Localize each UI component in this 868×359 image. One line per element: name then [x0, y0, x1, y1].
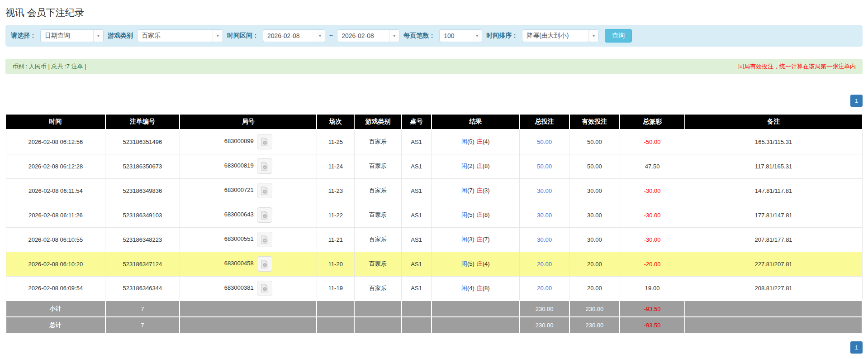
table-row: 2026-02-08 06:10:20523186347124683000458… — [6, 252, 862, 276]
cell-total-bet[interactable]: 50.00 — [520, 154, 569, 178]
cell-game-type: 百家乐 — [354, 252, 401, 276]
date-to-value: 2026-02-08 — [337, 30, 389, 42]
cell-result: 闲(4)庄(8) — [432, 276, 520, 301]
chevron-down-icon: ▼ — [315, 30, 325, 42]
cell-total-bet[interactable]: 20.00 — [520, 252, 569, 276]
cell-result: 闲(3)庄(7) — [432, 227, 520, 252]
summary-total-payout: -93.50 — [620, 301, 685, 317]
cell-total-bet[interactable]: 30.00 — [520, 178, 569, 203]
cell-result: 闲(5)庄(4) — [432, 252, 520, 276]
time-sort-combobox[interactable]: 降幂(由大到小) ▼ — [522, 29, 599, 42]
table-row: 2026-02-08 06:12:28523186350673683000819… — [6, 154, 862, 178]
cell-time: 2026-02-08 06:11:54 — [6, 178, 105, 203]
table-header-row: 时间 注单编号 局号 场次 游戏类别 桌号 结果 总投注 有效投注 总派彩 备注 — [6, 115, 862, 129]
cell-bet-number: 523186348223 — [105, 227, 180, 252]
cell-remark: 227.81/207.81 — [685, 252, 862, 276]
cell-total-payout: 19.00 — [620, 276, 685, 301]
pagination-top: 1 — [5, 95, 863, 107]
date-to-combobox[interactable]: 2026-02-08 ▼ — [337, 29, 399, 42]
cell-total-bet[interactable]: 30.00 — [520, 227, 569, 252]
cell-result: 闲(5)庄(8) — [432, 203, 520, 227]
cell-session: 11-20 — [317, 252, 354, 276]
col-remark: 备注 — [685, 115, 862, 129]
result-banker: 庄 — [477, 211, 483, 218]
chevron-down-icon: ▼ — [93, 30, 103, 42]
result-player: 闲 — [461, 260, 467, 267]
cell-total-bet[interactable]: 20.00 — [520, 276, 569, 301]
cell-total-payout: -50.00 — [620, 129, 685, 154]
video-replay-button[interactable] — [257, 256, 272, 272]
summary-total-bet: 230.00 — [520, 301, 569, 317]
cell-session: 11-19 — [317, 276, 354, 301]
cell-valid-bet: 50.00 — [569, 154, 620, 178]
date-from-value: 2026-02-08 — [263, 30, 315, 42]
cell-bet-number: 523186349103 — [105, 203, 180, 227]
cell-session: 11-21 — [317, 227, 354, 252]
per-page-combobox[interactable]: 100 ▼ — [439, 29, 482, 42]
cell-round-number: 683000381 — [180, 276, 317, 301]
bet-records-table: 时间 注单编号 局号 场次 游戏类别 桌号 结果 总投注 有效投注 总派彩 备注… — [5, 115, 863, 334]
table-row: 2026-02-08 06:11:54523186349836683000721… — [6, 178, 862, 203]
cell-bet-number: 523186349836 — [105, 178, 180, 203]
query-type-combobox[interactable]: 日期查询 ▼ — [40, 29, 104, 42]
pagination-page-1[interactable]: 1 — [850, 95, 863, 107]
cell-session: 11-22 — [317, 203, 354, 227]
table-row: 2026-02-08 06:11:26523186349103683000643… — [6, 203, 862, 227]
video-file-icon — [260, 187, 269, 195]
video-replay-button[interactable] — [257, 158, 272, 174]
valid-bet-notice: 同局有效投注，统一计算在该局第一张注单内 — [738, 62, 856, 71]
cell-time: 2026-02-08 06:12:56 — [6, 129, 105, 154]
result-player: 闲 — [461, 211, 467, 218]
result-banker: 庄 — [477, 138, 483, 145]
summary-remark — [685, 301, 862, 317]
summary-remark — [685, 317, 862, 333]
video-replay-button[interactable] — [257, 232, 272, 247]
result-banker: 庄 — [477, 187, 483, 194]
cell-round-number: 683000819 — [180, 154, 317, 178]
video-file-icon — [260, 235, 269, 244]
page-container: 视讯 会员下注纪录 请选择： 日期查询 ▼ 游戏类别 百家乐 ▼ 时间区间： 2… — [5, 0, 863, 354]
bet-table-body: 2026-02-08 06:12:56523186351496683000899… — [6, 129, 862, 333]
col-result: 结果 — [432, 115, 520, 129]
cell-round-number: 683000551 — [180, 227, 317, 252]
cell-total-payout: -30.00 — [620, 203, 685, 227]
cell-bet-number: 523186347124 — [105, 252, 180, 276]
round-number: 683000721 — [224, 187, 254, 193]
result-banker: 庄 — [477, 163, 483, 169]
video-replay-button[interactable] — [257, 134, 272, 149]
time-sort-label: 时间排序： — [486, 32, 518, 40]
result-player: 闲 — [461, 163, 467, 169]
cell-game-type: 百家乐 — [354, 154, 401, 178]
game-type-combobox[interactable]: 百家乐 ▼ — [137, 29, 223, 42]
cell-total-payout: 47.50 — [620, 154, 685, 178]
summary-total-payout: -93.50 — [620, 317, 685, 333]
search-button[interactable]: 查询 — [605, 29, 632, 43]
cell-session: 11-23 — [317, 178, 354, 203]
cell-remark: 147.81/117.81 — [685, 178, 862, 203]
round-number: 683000551 — [224, 235, 254, 242]
cell-total-bet[interactable]: 30.00 — [520, 203, 569, 227]
cell-time: 2026-02-08 06:10:20 — [6, 252, 105, 276]
cell-table-number: AS1 — [402, 178, 432, 203]
summary-valid-bet: 230.00 — [569, 317, 620, 333]
game-type-label: 游戏类别 — [108, 32, 133, 40]
date-from-combobox[interactable]: 2026-02-08 ▼ — [263, 29, 325, 42]
round-number: 683000819 — [224, 162, 254, 169]
cell-total-bet[interactable]: 50.00 — [520, 129, 569, 154]
video-replay-button[interactable] — [257, 183, 272, 198]
cell-table-number: AS1 — [402, 252, 432, 276]
video-replay-button[interactable] — [257, 207, 272, 223]
round-number: 683000899 — [224, 138, 254, 145]
chevron-down-icon: ▼ — [389, 30, 399, 42]
result-banker: 庄 — [477, 260, 483, 267]
cell-total-payout: -30.00 — [620, 178, 685, 203]
pagination-page-1[interactable]: 1 — [850, 341, 863, 354]
cell-result: 闲(7)庄(3) — [432, 178, 520, 203]
video-replay-button[interactable] — [257, 281, 272, 296]
cell-game-type: 百家乐 — [354, 227, 401, 252]
cell-valid-bet: 50.00 — [569, 129, 620, 154]
round-number: 683000643 — [224, 211, 254, 218]
cell-time: 2026-02-08 06:11:26 — [6, 203, 105, 227]
col-time: 时间 — [6, 115, 105, 129]
cell-result: 闲(2)庄(8) — [432, 154, 520, 178]
